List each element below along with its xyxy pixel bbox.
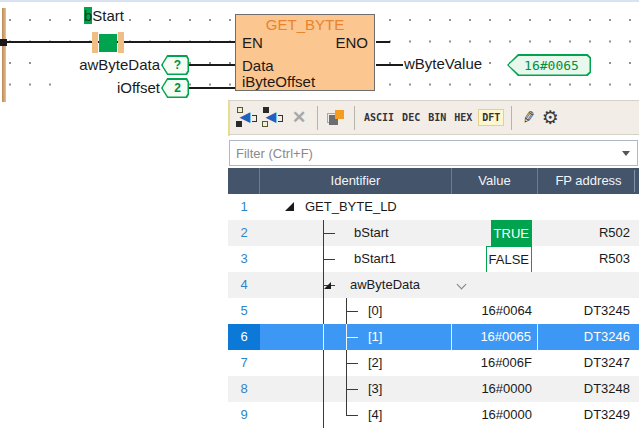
pen-glyph: ✎ bbox=[520, 107, 537, 128]
expander-icon[interactable] bbox=[324, 282, 331, 289]
watch-table-body: 1 GET_BYTE_LD 2 bStart TRUE R502 3 b bbox=[228, 194, 639, 428]
identifier-cell: bStart bbox=[260, 220, 452, 246]
row-number: 8 bbox=[228, 376, 260, 402]
format-button-ascii[interactable]: ASCII bbox=[362, 109, 396, 126]
offset-wire bbox=[189, 87, 235, 89]
contact-variable-label[interactable]: bStart bbox=[84, 6, 124, 26]
row-number: 7 bbox=[228, 350, 260, 376]
contact-symbol-left[interactable] bbox=[92, 32, 98, 53]
value-cell[interactable]: 16#006F bbox=[452, 350, 538, 376]
header-fp-address[interactable]: FP address bbox=[538, 168, 639, 194]
tree-line bbox=[323, 376, 324, 402]
filter-input[interactable] bbox=[230, 146, 617, 161]
header-row-number bbox=[228, 168, 260, 194]
data-wire bbox=[189, 64, 235, 66]
value-cell[interactable]: FALSE bbox=[452, 246, 538, 272]
watch-window: ◀ ◀ ✕ ASCII DEC BIN HEX DFT ✎ ⚙ Identifi bbox=[228, 100, 639, 430]
identifier-label: GET_BYTE_LD bbox=[305, 194, 397, 220]
identifier-label: [1] bbox=[368, 324, 382, 350]
header-seam bbox=[634, 170, 635, 192]
fp-address-cell bbox=[538, 272, 639, 298]
tree-line bbox=[323, 402, 324, 428]
contact-symbol-right[interactable] bbox=[118, 32, 124, 53]
toolbar-separator bbox=[354, 106, 355, 130]
false-badge: FALSE bbox=[486, 246, 532, 274]
monitor-badge-output-value: 16#0065 bbox=[509, 56, 590, 75]
monitor-badge-offset-value: 2 bbox=[163, 80, 188, 97]
rung-junction bbox=[0, 39, 7, 46]
row-number: 2 bbox=[228, 220, 260, 246]
filter-combobox bbox=[229, 140, 638, 166]
identifier-cell: [0] bbox=[260, 298, 452, 324]
tree-line bbox=[346, 415, 358, 416]
header-value[interactable]: Value bbox=[452, 168, 538, 194]
identifier-label: awByteData bbox=[350, 272, 420, 298]
tree-line bbox=[323, 233, 335, 234]
identifier-label: [3] bbox=[368, 376, 382, 402]
table-row-array-1-selected[interactable]: 6 [1] 16#0065 DT3246 bbox=[228, 324, 639, 350]
table-row-array-2[interactable]: 7 [2] 16#006F DT3247 bbox=[228, 350, 639, 376]
input-variable-awbytedata[interactable]: awByteData bbox=[40, 55, 160, 75]
fp-address-cell: DT3249 bbox=[538, 402, 639, 428]
delete-icon[interactable]: ✕ bbox=[287, 106, 311, 130]
table-row-array-3[interactable]: 8 [3] 16#0000 DT3248 bbox=[228, 376, 639, 402]
pin-data: Data bbox=[242, 57, 274, 74]
contact-energized-indicator[interactable] bbox=[99, 34, 117, 52]
fp-address-cell: DT3245 bbox=[538, 298, 639, 324]
value-cell[interactable]: 16#0000 bbox=[452, 402, 538, 428]
pin-eno: ENO bbox=[335, 34, 368, 51]
input-variable-ioffset[interactable]: iOffset bbox=[60, 78, 160, 98]
table-row-bstart[interactable]: 2 bStart TRUE R502 bbox=[228, 220, 639, 246]
format-button-dec[interactable]: DEC bbox=[400, 109, 422, 126]
pin-ibyteoffset: iByteOffset bbox=[242, 73, 315, 90]
fp-address-cell: DT3248 bbox=[538, 376, 639, 402]
output-variable-wbytevalue[interactable]: wByteValue bbox=[404, 54, 482, 74]
table-row-bstart1[interactable]: 3 bStart1 FALSE R503 bbox=[228, 246, 639, 272]
watch-toolbar: ◀ ◀ ✕ ASCII DEC BIN HEX DFT ✎ ⚙ bbox=[228, 100, 639, 135]
pen-icon[interactable]: ✎ bbox=[517, 108, 539, 127]
write-all-values-icon[interactable]: ◀ bbox=[261, 106, 285, 130]
tree-line bbox=[346, 389, 358, 390]
table-row-array-0[interactable]: 5 [0] 16#0064 DT3245 bbox=[228, 298, 639, 324]
table-row-awbytedata[interactable]: 4 awByteData bbox=[228, 272, 639, 298]
function-block-get-byte[interactable]: GET_BYTE EN ENO Data iByteOffset bbox=[235, 14, 375, 91]
tree-line bbox=[323, 298, 324, 324]
table-row-get-byte-ld[interactable]: 1 GET_BYTE_LD bbox=[228, 194, 639, 220]
true-badge: TRUE bbox=[491, 220, 532, 248]
table-row-array-4[interactable]: 9 [4] 16#0000 DT3249 bbox=[228, 402, 639, 428]
value-cell[interactable]: TRUE bbox=[452, 220, 538, 246]
toolbar-separator bbox=[317, 106, 318, 130]
identifier-label: bStart1 bbox=[354, 246, 396, 272]
header-identifier[interactable]: Identifier bbox=[260, 168, 452, 194]
write-all-icon-part bbox=[278, 115, 283, 122]
monitor-badge-data-value: ? bbox=[163, 57, 188, 74]
format-button-bin[interactable]: BIN bbox=[426, 109, 448, 126]
eno-wire bbox=[376, 41, 390, 43]
write-value-icon-part bbox=[252, 115, 257, 122]
pin-en: EN bbox=[242, 34, 263, 51]
expander-icon[interactable] bbox=[285, 202, 294, 211]
tree-line bbox=[346, 363, 358, 364]
gear-icon[interactable]: ⚙ bbox=[539, 106, 561, 129]
format-button-dft[interactable]: DFT bbox=[478, 109, 504, 126]
toolbar-separator bbox=[511, 106, 512, 130]
value-cell[interactable]: 16#0000 bbox=[452, 376, 538, 402]
value-cell[interactable] bbox=[452, 194, 538, 220]
row-number: 5 bbox=[228, 298, 260, 324]
identifier-cell: bStart1 bbox=[260, 246, 452, 272]
value-cell[interactable]: 16#0064 bbox=[452, 298, 538, 324]
power-rail bbox=[2, 8, 6, 102]
identifier-label: [0] bbox=[368, 298, 382, 324]
value-cell[interactable]: 16#0065 bbox=[452, 324, 538, 350]
tree-line bbox=[346, 402, 347, 416]
tree-line bbox=[323, 259, 335, 260]
format-button-hex[interactable]: HEX bbox=[452, 109, 474, 126]
monitor-badge-output[interactable]: 16#0065 bbox=[507, 54, 591, 76]
write-value-icon[interactable]: ◀ bbox=[235, 106, 259, 130]
cascade-windows-icon[interactable] bbox=[324, 106, 348, 130]
table-header: Identifier Value FP address bbox=[228, 168, 639, 194]
filter-dropdown-arrow-icon[interactable] bbox=[617, 141, 637, 165]
identifier-cell: awByteData bbox=[260, 272, 452, 298]
fp-address-cell: DT3246 bbox=[538, 324, 639, 350]
row-number: 6 bbox=[228, 324, 260, 350]
